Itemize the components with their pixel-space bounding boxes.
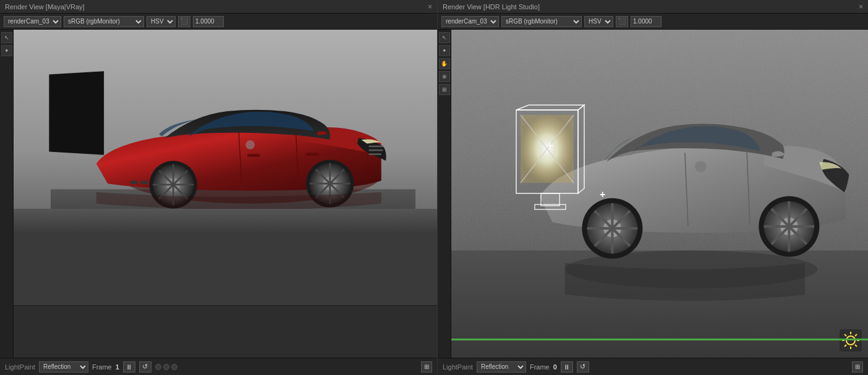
svg-rect-3 (368, 150, 383, 151)
left-dot-2[interactable] (163, 364, 169, 370)
right-status-bar: LightPaint Reflection Frame 0 ⏸ ↺ ⊞ (438, 358, 868, 375)
left-lightpaint-label: LightPaint (5, 363, 35, 371)
right-pause-btn[interactable]: ⏸ (561, 361, 573, 373)
right-scene: + (451, 30, 868, 358)
left-toolbar: renderCam_03 sRGB (rgbMonitor) HSV ⬛ (0, 14, 437, 30)
right-render-panel: Render View [HDR Light Studio] × renderC… (438, 0, 868, 375)
left-color-icon[interactable]: ⬛ (178, 16, 190, 27)
right-refresh-btn[interactable]: ↺ (577, 361, 589, 373)
left-dot-3[interactable] (171, 364, 177, 370)
right-toolbar: renderCam_03 sRGB (rgbMonitor) HSV ⬛ (438, 14, 868, 30)
left-car-svg (51, 48, 415, 234)
svg-rect-7 (247, 154, 260, 157)
right-title-text: Render View [HDR Light Studio] (443, 3, 540, 11)
left-frame-value: 1 (116, 363, 119, 371)
sun-icon-button[interactable] (840, 329, 862, 352)
right-lightpaint-label: LightPaint (443, 363, 473, 371)
right-frame-value: 0 (553, 363, 557, 371)
scene-cursor: + (600, 189, 605, 200)
left-close-button[interactable]: × (428, 2, 432, 11)
left-frame-label: Frame (92, 363, 112, 371)
scene-flag (49, 71, 104, 154)
left-title-bar: Render View [Maya|VRay] × (0, 0, 437, 14)
right-move-tool[interactable]: ✦ (439, 45, 450, 56)
right-mode-select[interactable]: HSV (584, 16, 613, 27)
left-refresh-btn[interactable]: ↺ (139, 361, 151, 373)
right-cursor-tool[interactable]: ↖ (439, 32, 450, 43)
right-viewport[interactable]: + (451, 30, 868, 358)
left-side-tools: ↖ ✦ (0, 30, 14, 358)
svg-rect-50 (535, 204, 566, 209)
right-main-area: ↖ ✦ ✋ ⊕ ⊞ (438, 30, 868, 358)
right-color-icon[interactable]: ⬛ (616, 16, 628, 27)
left-camera-select[interactable]: renderCam_03 (4, 16, 61, 27)
svg-rect-49 (541, 193, 560, 206)
left-move-tool[interactable]: ✦ (1, 45, 12, 56)
right-colorspace-select[interactable]: sRGB (rgbMonitor) (501, 16, 582, 27)
left-render-bottom (14, 305, 437, 358)
left-scene (14, 30, 437, 234)
right-close-button[interactable]: × (859, 2, 863, 11)
right-reflection-select[interactable]: Reflection (477, 361, 526, 373)
left-viewport[interactable] (14, 30, 437, 358)
left-value-input[interactable] (193, 16, 224, 27)
left-main-area: ↖ ✦ (0, 30, 437, 358)
left-expand-btn[interactable]: ⊞ (421, 361, 432, 373)
left-reflection-select[interactable]: Reflection (39, 361, 88, 373)
left-colorspace-select[interactable]: sRGB (rgbMonitor) (64, 16, 144, 27)
right-expand-btn[interactable]: ⊞ (852, 361, 863, 373)
left-mode-select[interactable]: HSV (147, 16, 176, 27)
left-status-bar: LightPaint Reflection Frame 1 ⏸ ↺ ⊞ (0, 358, 437, 375)
svg-point-23 (245, 140, 255, 150)
right-side-tools: ↖ ✦ ✋ ⊕ ⊞ (438, 30, 451, 358)
svg-rect-4 (368, 153, 381, 155)
left-dots (155, 364, 177, 370)
left-cursor-tool[interactable]: ↖ (1, 32, 12, 43)
svg-rect-2 (368, 145, 383, 147)
light-gizmo[interactable] (513, 104, 587, 212)
svg-point-44 (695, 161, 706, 172)
right-hand-tool[interactable]: ✋ (439, 58, 450, 69)
right-extra-tool[interactable]: ⊞ (439, 84, 450, 95)
left-dot-1[interactable] (155, 364, 161, 370)
right-frame-label: Frame (530, 363, 550, 371)
right-camera-select[interactable]: renderCam_03 (441, 16, 499, 27)
svg-rect-8 (306, 153, 318, 156)
right-title-bar: Render View [HDR Light Studio] × (438, 0, 868, 14)
svg-rect-25 (141, 181, 148, 185)
left-floor (14, 209, 437, 234)
svg-rect-24 (130, 181, 137, 185)
left-title-text: Render View [Maya|VRay] (5, 3, 85, 11)
left-render-panel: Render View [Maya|VRay] × renderCam_03 s… (0, 0, 438, 375)
right-zoom-tool[interactable]: ⊕ (439, 71, 450, 82)
right-value-input[interactable] (631, 16, 662, 27)
progress-bar (451, 339, 868, 340)
left-pause-btn[interactable]: ⏸ (123, 361, 135, 373)
